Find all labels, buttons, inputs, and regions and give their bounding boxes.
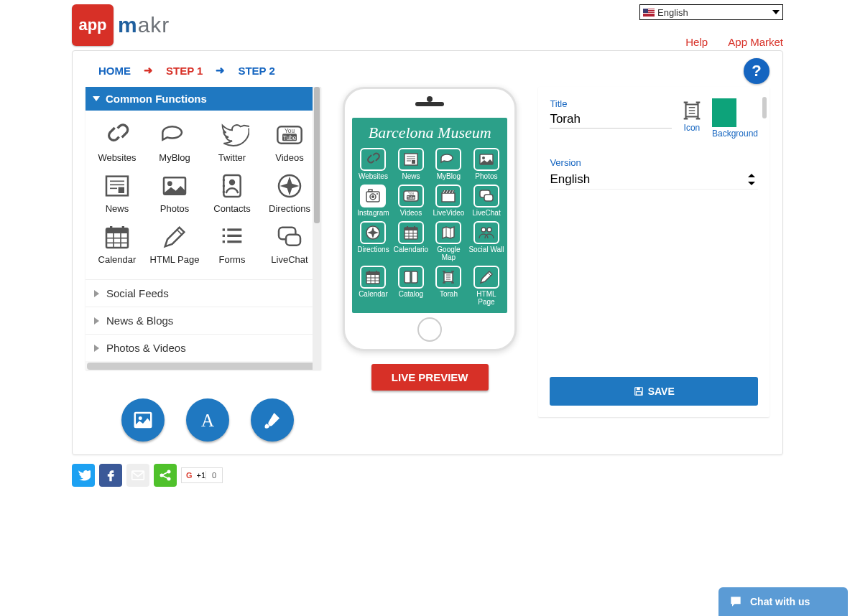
design-buttons [121, 398, 321, 442]
arrow-right-icon: ➜ [216, 64, 225, 77]
function-news[interactable]: News [88, 167, 146, 218]
tile-label: LiveChat [468, 209, 505, 217]
arrow-right-icon: ➜ [144, 64, 153, 77]
phone-screen: Barcelona Museum WebsitesNewsMyBlogPhoto… [352, 118, 507, 313]
accordion-photos-videos[interactable]: Photos & Videos [86, 334, 321, 361]
share-link-button[interactable] [154, 464, 177, 487]
app-tile-calendario[interactable]: Calendario [393, 220, 430, 263]
share-email-button[interactable] [126, 464, 149, 487]
tile-label: Social Wall [468, 246, 505, 253]
app-tile-calendar[interactable]: Calendar [355, 264, 392, 307]
help-link[interactable]: Help [685, 36, 708, 48]
gplus-label: +1 [197, 471, 206, 480]
function-directions[interactable]: Directions [261, 167, 318, 218]
calendar-icon [100, 223, 134, 251]
brush-button[interactable] [251, 398, 294, 442]
calendar-icon [360, 266, 386, 289]
app-tile-news[interactable]: News [393, 146, 430, 182]
news-icon [398, 148, 424, 171]
tile-label: News [393, 172, 430, 180]
map-icon [435, 221, 461, 244]
app-tile-instagram[interactable]: Instagram [355, 183, 392, 218]
accordion-label: Photos & Videos [106, 342, 186, 354]
icon-picker[interactable]: Icon [679, 98, 705, 133]
app-tile-videos[interactable]: Videos [393, 183, 430, 218]
function-twitter[interactable]: Twitter [203, 116, 261, 167]
share-icon [158, 468, 172, 482]
scrollbar[interactable] [762, 97, 767, 118]
share-twitter-button[interactable] [72, 464, 95, 487]
background-picker[interactable]: Background [712, 98, 758, 139]
function-websites[interactable]: Websites [88, 116, 146, 167]
breadcrumb-step1[interactable]: STEP 1 [166, 65, 203, 77]
app-title: Barcelona Museum [355, 123, 504, 142]
app-tile-torah[interactable]: Torah [430, 264, 467, 307]
font-button[interactable] [186, 398, 229, 442]
app-tile-photos[interactable]: Photos [468, 146, 505, 182]
accordion-common-functions[interactable]: Common Functions [86, 87, 321, 111]
breadcrumb-home[interactable]: HOME [98, 65, 131, 77]
breadcrumb-step2[interactable]: STEP 2 [238, 65, 274, 77]
tile-label: Directions [355, 246, 392, 253]
tile-label: Calendario [393, 246, 430, 253]
app-tile-livechat[interactable]: LiveChat [468, 183, 505, 218]
link-icon [100, 121, 134, 149]
us-flag-icon [643, 9, 655, 17]
function-videos[interactable]: Videos [261, 116, 318, 167]
compass-icon [360, 221, 386, 244]
function-label: News [90, 203, 144, 214]
app-tile-livevideo[interactable]: LiveVideo [430, 183, 467, 218]
scrollbar[interactable] [313, 87, 321, 370]
function-html-page[interactable]: HTML Page [146, 218, 203, 269]
version-label: Version [550, 157, 758, 168]
function-livechat[interactable]: LiveChat [261, 218, 318, 269]
scroll-icon [679, 98, 705, 123]
app-tile-myblog[interactable]: MyBlog [430, 146, 467, 182]
tile-label: HTML Page [468, 290, 505, 306]
accordion-news-blogs[interactable]: News & Blogs [86, 307, 321, 334]
function-calendar[interactable]: Calendar [88, 218, 146, 269]
accordion-label: Common Functions [106, 93, 207, 105]
image-button[interactable] [121, 398, 165, 442]
version-select[interactable]: English [550, 169, 758, 190]
app-market-link[interactable]: App Market [728, 36, 783, 48]
pencil-icon [473, 266, 499, 289]
youtube-icon [398, 185, 424, 207]
logo-box: app [72, 4, 114, 46]
app-tile-social-wall[interactable]: Social Wall [468, 220, 505, 263]
share-facebook-button[interactable] [99, 464, 122, 487]
function-photos[interactable]: Photos [146, 167, 203, 218]
pencil-icon [157, 223, 192, 251]
google-plus-button[interactable]: G +1 0 [181, 467, 223, 483]
function-label: HTML Page [147, 254, 202, 265]
function-contacts[interactable]: Contacts [203, 167, 261, 218]
triangle-down-icon [93, 96, 100, 101]
help-badge[interactable]: ? [744, 58, 770, 84]
icon-label: Icon [684, 123, 701, 133]
app-tile-websites[interactable]: Websites [355, 146, 392, 182]
logo[interactable]: app makr [72, 4, 170, 46]
scroll-icon [435, 266, 461, 289]
title-input[interactable] [550, 111, 672, 129]
calendar-icon [398, 221, 424, 244]
app-tile-catalog[interactable]: Catalog [393, 264, 430, 307]
function-label: Calendar [90, 254, 144, 265]
function-label: MyBlog [147, 152, 202, 163]
app-tile-html-page[interactable]: HTML Page [468, 264, 505, 307]
tile-label: LiveVideo [430, 209, 467, 217]
function-forms[interactable]: Forms [203, 218, 261, 269]
function-label: Twitter [205, 152, 259, 163]
language-selector[interactable]: English [639, 4, 783, 20]
horizontal-scrollbar[interactable] [87, 363, 320, 370]
save-button[interactable]: SAVE [550, 377, 758, 406]
accordion-social-feeds[interactable]: Social Feeds [86, 279, 321, 307]
live-preview-button[interactable]: LIVE PREVIEW [371, 364, 489, 391]
email-icon [131, 468, 145, 482]
function-myblog[interactable]: MyBlog [146, 116, 203, 167]
app-tile-google-map[interactable]: Google Map [430, 220, 467, 263]
share-row: G +1 0 [72, 464, 855, 487]
app-tile-directions[interactable]: Directions [355, 220, 392, 263]
functions-sidebar: Common Functions WebsitesMyBlogTwitterVi… [86, 87, 321, 370]
save-icon [634, 386, 644, 396]
tile-label: Videos [393, 209, 430, 217]
